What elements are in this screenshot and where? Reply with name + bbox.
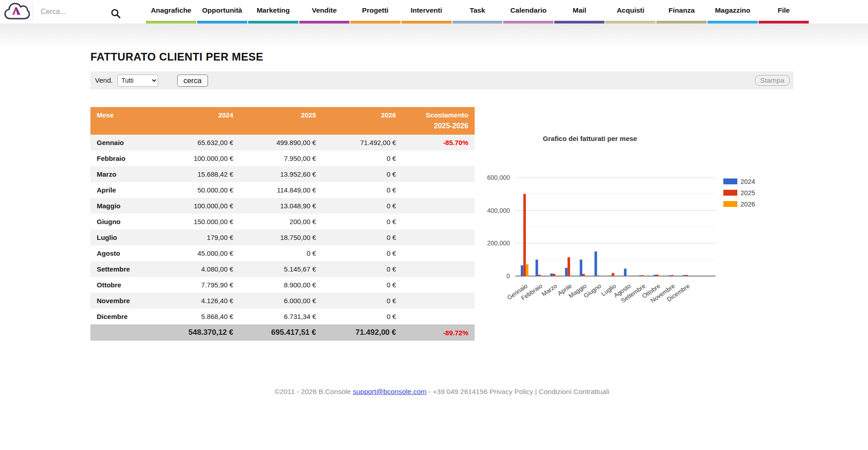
footer-separator: | [535,388,537,395]
privacy-policy-link[interactable]: Privacy Policy [490,388,533,395]
copyright-text: ©2011 - 2026 B.Console [274,388,351,395]
chart-bar-2025-novembre [671,275,674,276]
nav-underline [759,21,809,23]
value-2025-cell: 6.000,00 € [240,293,322,309]
nav-item-label: Anagrafiche [151,6,192,14]
vendor-select[interactable]: Tutti [118,75,158,87]
column-header-2026: 2026 [322,107,402,135]
nav-item-label: Calendario [510,6,547,14]
nav-item-calendario[interactable]: Calendario [503,0,554,23]
scostamento-cell [402,293,475,309]
value-2024-cell: 4.126,40 € [170,293,240,309]
nav-underline [503,21,553,23]
total-2026: 71.492,00 € [322,324,402,341]
total-row: 548.370,12 € 695.417,51 € 71.492,00 € -8… [90,324,475,341]
column-header-mese: Mese [90,107,170,135]
total-2024: 548.370,12 € [170,324,240,341]
scostamento-cell [402,245,475,261]
scostamento-cell [402,150,475,166]
nav-item-interventi[interactable]: Interventi [401,0,452,23]
column-header-2025: 2025 [240,107,322,135]
nav-item-label: Marketing [257,6,290,14]
chart-bar-2024-giugno [594,252,597,277]
scostamento-line1: Scostamento [402,111,468,119]
chart-bar-2025-febbraio [538,275,541,276]
total-label-cell [90,324,170,341]
y-axis-tick-label: 200,000 [487,239,510,247]
nav-item-vendite[interactable]: Vendite [299,0,350,23]
search-icon[interactable] [110,8,121,19]
month-cell: Novembre [90,293,170,309]
value-2024-cell: 179,00 € [170,230,240,245]
chart-bar-2025-aprile [567,257,570,276]
chart-container: Grafico dei fatturati per mese 0200,0004… [479,131,796,312]
nav-underline [605,21,656,23]
cerca-button[interactable]: cerca [177,75,208,87]
table-row: Aprile50.000,00 €114.849,00 €0 € [90,182,475,198]
legend-swatch-2024 [723,178,737,184]
nav-item-label: File [778,6,790,14]
chart-bar-2025-luglio [612,273,614,276]
value-2025-cell: 18.750,00 € [240,230,322,245]
app-header: AnagraficheOpportunitàMarketingVenditePr… [0,0,868,23]
scostamento-cell: -85.70% [402,135,475,150]
global-search-input[interactable] [41,5,108,19]
vendor-label: Vend. [95,76,113,84]
nav-underline [401,21,452,23]
page-title: FATTURATO CLIENTI PER MESE [90,51,263,63]
total-scostamento: -89.72% [402,324,475,341]
chart-bar-2024-ottobre [653,275,656,276]
value-2026-cell: 0 € [322,198,402,214]
nav-item-opportunit[interactable]: Opportunità [197,0,248,23]
scostamento-cell [402,277,475,293]
value-2026-cell: 0 € [322,277,402,293]
month-cell: Giugno [90,214,170,230]
nav-item-label: Acquisti [617,6,644,14]
nav-item-acquisti[interactable]: Acquisti [605,0,656,23]
value-2025-cell: 8.900,00 € [240,277,322,293]
table-row: Novembre4.126,40 €6.000,00 €0 € [90,293,475,309]
value-2024-cell: 15.688,42 € [170,166,240,182]
nav-item-marketing[interactable]: Marketing [248,0,299,23]
nav-item-anagrafiche[interactable]: Anagrafiche [146,0,197,23]
nav-item-progetti[interactable]: Progetti [350,0,401,23]
scostamento-cell [402,309,475,324]
total-2025: 695.417,51 € [240,324,322,341]
nav-underline [146,21,196,23]
chart-bar-2024-settembre [639,276,642,277]
main-nav: AnagraficheOpportunitàMarketingVenditePr… [146,0,809,23]
month-cell: Luglio [90,230,170,245]
phone-text: - +39 049 2614156 [429,388,488,395]
x-axis-label: Marzo [541,282,558,298]
support-email-link[interactable]: support@bconsole.com [353,388,426,395]
chart-bar-2024-gennaio [521,265,524,276]
revenue-table: Mese 2024 2025 2026 Scostamento 2025-202… [90,107,475,341]
y-axis-tick-label: 400,000 [487,207,510,214]
nav-item-label: Vendite [312,6,337,14]
legend-label-2024: 2024 [741,178,755,185]
terms-link[interactable]: Condizioni Contrattuali [539,388,609,395]
legend-swatch-2026 [723,201,737,207]
value-2025-cell: 200,00 € [240,214,322,230]
chart-bar-2025-settembre [641,275,644,276]
nav-item-task[interactable]: Task [452,0,503,23]
nav-underline [708,21,758,23]
column-header-2024: 2024 [170,107,240,135]
legend-label-2025: 2025 [741,189,755,197]
value-2026-cell: 0 € [322,230,402,245]
nav-underline [350,21,401,23]
cloud-logo-icon[interactable] [4,1,30,22]
value-2026-cell: 71.492,00 € [322,135,402,150]
value-2024-cell: 100.000,00 € [170,150,240,166]
stampa-button[interactable]: Stampa [755,75,790,86]
value-2024-cell: 4.080,00 € [170,261,240,277]
nav-item-magazzino[interactable]: Magazzino [707,0,758,23]
value-2026-cell: 0 € [322,309,402,324]
nav-item-file[interactable]: File [758,0,809,23]
nav-item-finanza[interactable]: Finanza [656,0,707,23]
month-cell: Settembre [90,261,170,277]
nav-item-mail[interactable]: Mail [554,0,605,23]
chart-bar-2025-marzo [553,274,556,276]
value-2025-cell: 0 € [240,245,322,261]
nav-item-label: Progetti [362,6,389,14]
